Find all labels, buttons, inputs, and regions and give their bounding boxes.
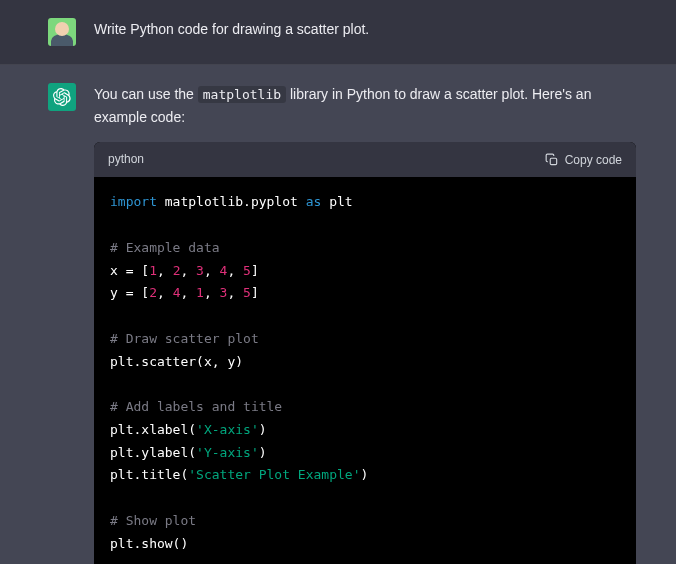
assistant-avatar (48, 83, 76, 111)
code-token: # Add labels and title (110, 399, 282, 414)
code-token: 1 (149, 263, 157, 278)
copy-code-label: Copy code (565, 153, 622, 167)
code-token: plt.show() (110, 536, 188, 551)
code-token: , (180, 285, 196, 300)
code-token: 5 (243, 285, 251, 300)
code-token: x = [ (110, 263, 149, 278)
copy-code-button[interactable]: Copy code (545, 153, 622, 167)
code-block: python Copy code import matplotlib.pyplo… (94, 142, 636, 564)
code-token: , (157, 263, 173, 278)
code-token: plt.title( (110, 467, 188, 482)
code-token: , (204, 285, 220, 300)
code-token: 'X-axis' (196, 422, 259, 437)
code-token: matplotlib.pyplot (165, 194, 306, 209)
code-token: , (157, 285, 173, 300)
code-token: ) (259, 422, 267, 437)
code-token: ) (259, 445, 267, 460)
user-avatar (48, 18, 76, 46)
assistant-intro-pre: You can use the (94, 86, 198, 102)
inline-code: matplotlib (198, 86, 286, 103)
user-message-text: Write Python code for drawing a scatter … (94, 18, 636, 46)
code-token: , (180, 263, 196, 278)
code-token: # Show plot (110, 513, 196, 528)
code-token: plt (329, 194, 352, 209)
code-token: ] (251, 263, 259, 278)
code-token: # Example data (110, 240, 220, 255)
code-body: import matplotlib.pyplot as plt # Exampl… (94, 177, 636, 564)
user-message-row: Write Python code for drawing a scatter … (0, 0, 676, 65)
code-token: , (204, 263, 220, 278)
code-token: 5 (243, 263, 251, 278)
clipboard-icon (545, 153, 559, 167)
code-token: as (306, 194, 329, 209)
code-token: 'Scatter Plot Example' (188, 467, 360, 482)
code-token: import (110, 194, 165, 209)
code-token: plt.ylabel( (110, 445, 196, 460)
code-token: # Draw scatter plot (110, 331, 259, 346)
code-token: 3 (196, 263, 204, 278)
code-token: plt.scatter(x, y) (110, 354, 243, 369)
code-token: y = [ (110, 285, 149, 300)
code-token: 'Y-axis' (196, 445, 259, 460)
svg-rect-0 (550, 158, 556, 164)
code-block-header: python Copy code (94, 142, 636, 177)
code-token: , (227, 285, 243, 300)
code-token: 1 (196, 285, 204, 300)
assistant-message-content: You can use the matplotlib library in Py… (94, 83, 636, 564)
code-token: ) (360, 467, 368, 482)
code-token: 2 (149, 285, 157, 300)
assistant-message-row: You can use the matplotlib library in Py… (0, 65, 676, 564)
code-token: ] (251, 285, 259, 300)
openai-logo-icon (53, 88, 71, 106)
code-token: , (227, 263, 243, 278)
code-token: plt.xlabel( (110, 422, 196, 437)
code-language-label: python (108, 150, 144, 169)
